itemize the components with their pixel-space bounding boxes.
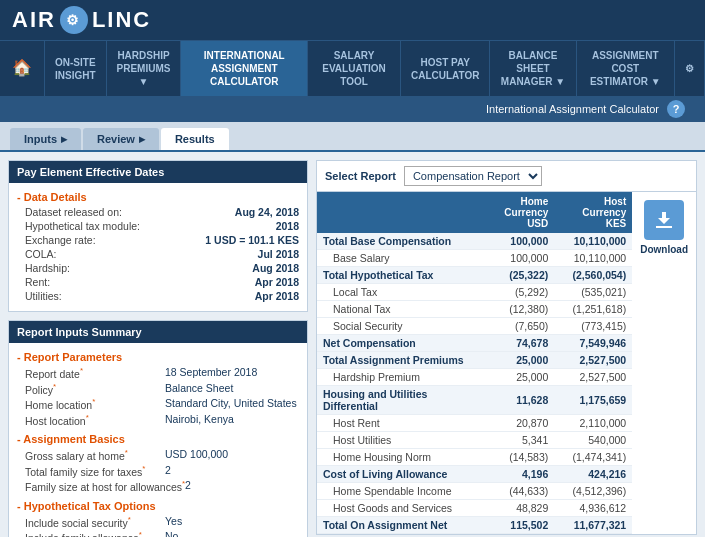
report-card: Select Report Compensation Report Home C… — [316, 160, 697, 535]
param-row: Total family size for taxes* 2 — [25, 463, 299, 479]
row-label: Total On Assignment Net — [317, 517, 474, 534]
report-select[interactable]: Compensation Report — [404, 166, 542, 186]
left-panel: Pay Element Effective Dates - Data Detai… — [8, 160, 308, 537]
table-row: Social Security (7,650) (773,415) — [317, 318, 632, 335]
tab-results[interactable]: Results — [161, 128, 229, 150]
row-home: 74,678 — [474, 335, 555, 352]
nav-balance-sheet-manager[interactable]: BALANCE SHEETMANAGER ▼ — [490, 41, 576, 96]
main-content: Pay Element Effective Dates - Data Detai… — [0, 152, 705, 537]
report-inputs-body: - Report Parameters Report date* 18 Sept… — [9, 343, 307, 537]
nav-settings[interactable]: ⚙ — [675, 41, 705, 96]
row-label: Host Rent — [317, 415, 474, 432]
row-home: 25,000 — [474, 369, 555, 386]
table-row: Total Hypothetical Tax (25,322) (2,560,0… — [317, 267, 632, 284]
row-home: (12,380) — [474, 301, 555, 318]
nav-international-assignment-calculator[interactable]: INTERNATIONALASSIGNMENT CALCULATOR — [181, 41, 308, 96]
row-host: (535,021) — [554, 284, 632, 301]
row-label: Housing and Utilities Differential — [317, 386, 474, 415]
hypo-tax-section: - Hypothetical Tax Options Include socia… — [17, 500, 299, 538]
download-area: Download — [632, 192, 696, 263]
table-row: Host Utilities 5,341 540,000 — [317, 432, 632, 449]
table-row: Hardship Premium 25,000 2,527,500 — [317, 369, 632, 386]
table-row: Cost of Living Allowance 4,196 424,216 — [317, 466, 632, 483]
nav-hardship-premiums[interactable]: HARDSHIPPREMIUMS ▼ — [107, 41, 182, 96]
nav-salary-evaluation-tool[interactable]: SALARYEVALUATION TOOL — [308, 41, 401, 96]
download-label[interactable]: Download — [640, 244, 688, 255]
right-panel: Select Report Compensation Report Home C… — [316, 160, 697, 537]
nav-home[interactable]: 🏠 — [0, 41, 45, 96]
param-row: Gross salary at home* USD 100,000 — [25, 447, 299, 463]
row-host: 7,549,946 — [554, 335, 632, 352]
assignment-basics-section: - Assignment Basics Gross salary at home… — [17, 433, 299, 494]
report-parameters-content: Report date* 18 September 2018 Policy* B… — [17, 365, 299, 427]
report-parameters-toggle[interactable]: - Report Parameters — [17, 351, 299, 363]
row-home: 100,000 — [474, 233, 555, 250]
main-nav: 🏠 ON-SITEINSIGHT HARDSHIPPREMIUMS ▼ INTE… — [0, 40, 705, 96]
param-row: Family size at host for allowances* 2 — [25, 478, 299, 494]
row-host: (2,560,054) — [554, 267, 632, 284]
row-host: 2,527,500 — [554, 369, 632, 386]
row-label: Cost of Living Allowance — [317, 466, 474, 483]
logo-text-2: LINC — [92, 7, 151, 33]
row-home: 115,502 — [474, 517, 555, 534]
row-home: 4,196 — [474, 466, 555, 483]
row-home: (5,292) — [474, 284, 555, 301]
nav-host-pay-calculator[interactable]: HOST PAYCALCULATOR — [401, 41, 491, 96]
row-host: 1,175,659 — [554, 386, 632, 415]
row-label: Local Tax — [317, 284, 474, 301]
row-home: 48,829 — [474, 500, 555, 517]
row-label: Total Hypothetical Tax — [317, 267, 474, 284]
app-header: AIR ⚙ LINC — [0, 0, 705, 40]
data-details-content: Dataset released on: Aug 24, 2018 Hypoth… — [17, 205, 299, 303]
data-row: Rent: Apr 2018 — [25, 275, 299, 289]
table-row: Total Assignment Premiums 25,000 2,527,5… — [317, 352, 632, 369]
row-label: Hardship Premium — [317, 369, 474, 386]
row-host: 10,110,000 — [554, 233, 632, 250]
assignment-basics-toggle[interactable]: - Assignment Basics — [17, 433, 299, 445]
row-label: Net Compensation — [317, 335, 474, 352]
table-row: Net Compensation 74,678 7,549,946 — [317, 335, 632, 352]
row-host: (773,415) — [554, 318, 632, 335]
row-home: (44,633) — [474, 483, 555, 500]
hypo-tax-toggle[interactable]: - Hypothetical Tax Options — [17, 500, 299, 512]
row-home: 25,000 — [474, 352, 555, 369]
row-label: National Tax — [317, 301, 474, 318]
data-row: Dataset released on: Aug 24, 2018 — [25, 205, 299, 219]
row-home: (14,583) — [474, 449, 555, 466]
table-row: Total On Assignment Net 115,502 11,677,3… — [317, 517, 632, 534]
tab-inputs[interactable]: Inputs ▶ — [10, 128, 81, 150]
row-host: (1,474,341) — [554, 449, 632, 466]
col-description — [317, 192, 474, 233]
tab-review[interactable]: Review ▶ — [83, 128, 159, 150]
download-button[interactable] — [644, 200, 684, 240]
table-row: Home Housing Norm (14,583) (1,474,341) — [317, 449, 632, 466]
table-row: Local Tax (5,292) (535,021) — [317, 284, 632, 301]
row-host: 540,000 — [554, 432, 632, 449]
row-label: Total Assignment Premiums — [317, 352, 474, 369]
row-home: 20,870 — [474, 415, 555, 432]
pay-element-card: Pay Element Effective Dates - Data Detai… — [8, 160, 308, 312]
table-row: Host Rent 20,870 2,110,000 — [317, 415, 632, 432]
data-row: Hypothetical tax module: 2018 — [25, 219, 299, 233]
nav-on-site-insight[interactable]: ON-SITEINSIGHT — [45, 41, 107, 96]
logo-text: AIR — [12, 7, 56, 33]
table-row: Home Spendable Income (44,633) (4,512,39… — [317, 483, 632, 500]
app-logo: AIR ⚙ LINC — [12, 6, 151, 34]
row-label: Host Utilities — [317, 432, 474, 449]
param-row: Host location* Nairobi, Kenya — [25, 412, 299, 428]
nav-assignment-cost-estimator[interactable]: ASSIGNMENTCOST ESTIMATOR ▼ — [577, 41, 675, 96]
data-details-toggle[interactable]: - Data Details — [17, 191, 299, 203]
param-row: Home location* Standard City, United Sta… — [25, 396, 299, 412]
data-row: Utilities: Apr 2018 — [25, 289, 299, 303]
row-label: Host Goods and Services — [317, 500, 474, 517]
row-label: Home Spendable Income — [317, 483, 474, 500]
help-icon[interactable]: ? — [667, 100, 685, 118]
row-host: 4,936,612 — [554, 500, 632, 517]
param-row: Include social security* Yes — [25, 514, 299, 530]
data-row: Exchange rate: 1 USD = 101.1 KES — [25, 233, 299, 247]
report-inputs-header: Report Inputs Summary — [9, 321, 307, 343]
data-row: Hardship: Aug 2018 — [25, 261, 299, 275]
table-header-row: Home Currency USD Host Currency KES — [317, 192, 632, 233]
table-row: Housing and Utilities Differential 11,62… — [317, 386, 632, 415]
assignment-basics-content: Gross salary at home* USD 100,000 Total … — [17, 447, 299, 494]
